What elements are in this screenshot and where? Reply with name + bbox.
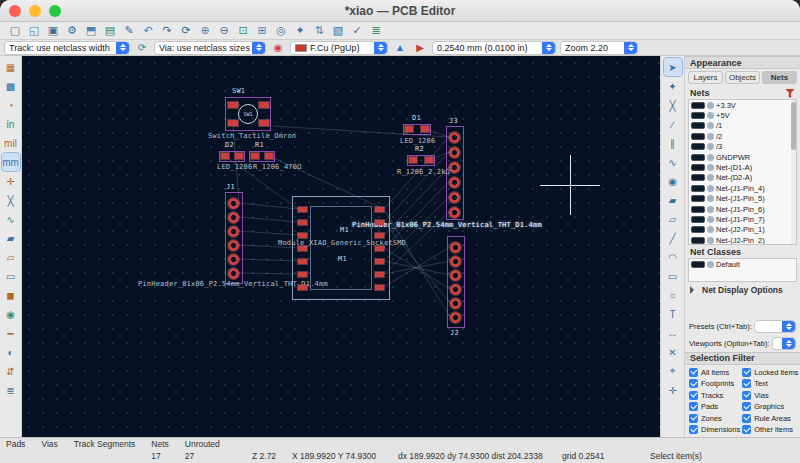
stepper-icon[interactable] — [782, 321, 795, 332]
zoom-select[interactable]: Zoom 2.20 — [560, 41, 638, 55]
scrollbar[interactable] — [791, 100, 796, 244]
pad[interactable] — [449, 147, 460, 158]
save-icon[interactable]: ▣ — [44, 23, 62, 39]
fullscreen-button[interactable] — [49, 5, 61, 17]
curved-ratsnest-icon[interactable]: ∿ — [2, 210, 20, 228]
scrollbar-thumb[interactable] — [791, 102, 796, 150]
checked-checkbox-icon[interactable] — [742, 402, 751, 411]
pad[interactable] — [251, 153, 259, 159]
net-visibility-icon[interactable] — [707, 102, 714, 109]
origin-tool-icon[interactable]: ✛ — [664, 381, 682, 399]
layer-pair-icon[interactable]: ▲ — [392, 41, 408, 55]
layers-manager-icon[interactable]: ≣ — [2, 381, 20, 399]
ratsnest-visibility-icon[interactable]: ╳ — [2, 191, 20, 209]
net-list[interactable]: +3.3V +5V /1 — [688, 99, 797, 245]
net-row[interactable]: +5V — [689, 110, 796, 120]
pad[interactable] — [228, 254, 239, 265]
text-tool-icon[interactable]: T — [664, 305, 682, 323]
net-visibility-icon[interactable] — [707, 185, 714, 192]
pad[interactable] — [449, 177, 460, 188]
local-ratsnest-tool-icon[interactable]: ╳ — [664, 96, 682, 114]
filter-checkbox[interactable]: Pads — [689, 402, 740, 411]
stepper-icon[interactable] — [116, 42, 129, 54]
r2-ref[interactable]: R2 — [415, 145, 424, 153]
d1-ref[interactable]: D1 — [412, 114, 421, 122]
track-width-select[interactable]: Track: use netclass width — [4, 41, 130, 55]
footprint-editor-icon[interactable]: ✦ — [291, 23, 309, 39]
net-row[interactable]: /2 — [689, 131, 796, 141]
net-row[interactable]: Net-(D2-A) — [689, 173, 796, 183]
net-row[interactable]: +3.3V — [689, 100, 796, 110]
stepper-icon[interactable] — [542, 42, 555, 54]
flip-board-icon[interactable]: ⇵ — [2, 362, 20, 380]
pad[interactable] — [228, 120, 238, 126]
select-tool-icon[interactable]: ➤ — [664, 58, 682, 76]
net-color-swatch[interactable] — [691, 122, 705, 129]
pad[interactable] — [375, 220, 384, 225]
checked-checkbox-icon[interactable] — [742, 368, 751, 377]
net-class-visibility-icon[interactable] — [707, 261, 714, 268]
net-row[interactable]: Net-(J2-Pin_1) — [689, 225, 796, 235]
scripting-console-icon[interactable]: ≣ — [367, 23, 385, 39]
dimension-tool-icon[interactable]: ↔ — [664, 324, 682, 342]
net-visibility-icon[interactable] — [707, 164, 714, 171]
open-board-icon[interactable]: ◱ — [25, 23, 43, 39]
filter-checkbox[interactable]: Dimensions — [689, 425, 740, 434]
pad[interactable] — [450, 312, 461, 323]
pad[interactable] — [450, 270, 461, 281]
filter-checkbox[interactable]: All items — [689, 368, 740, 377]
m1-value[interactable]: Module_XIAO_Generic_SocketSMD — [278, 239, 406, 247]
zoom-selection-icon[interactable]: ⊞ — [253, 23, 271, 39]
filter-checkbox[interactable]: Locked items — [742, 368, 798, 377]
stepper-icon[interactable] — [374, 42, 387, 54]
r1-value[interactable]: R_1206_470Ω — [253, 163, 302, 171]
net-color-swatch[interactable] — [691, 226, 705, 233]
pad[interactable] — [375, 259, 384, 264]
units-mm-icon[interactable]: mm — [2, 153, 20, 171]
zoom-fit-icon[interactable]: ⊡ — [234, 23, 252, 39]
route-diff-pairs-tool-icon[interactable]: ∥ — [664, 134, 682, 152]
pad[interactable] — [375, 272, 384, 277]
redo-icon[interactable]: ↷ — [158, 23, 176, 39]
tab-objects[interactable]: Objects — [725, 71, 760, 84]
filter-checkbox[interactable]: Vias — [742, 391, 798, 400]
high-contrast-icon[interactable]: ◐ — [2, 343, 20, 361]
board-setup-icon[interactable]: ⚙ — [63, 23, 81, 39]
net-class-list[interactable]: Default — [688, 258, 797, 282]
net-color-swatch[interactable] — [691, 206, 705, 213]
pad[interactable] — [375, 233, 384, 238]
pad[interactable] — [265, 153, 273, 159]
net-visibility-icon[interactable] — [707, 216, 714, 223]
net-color-swatch[interactable] — [691, 237, 705, 244]
update-pcb-icon[interactable]: ⇅ — [310, 23, 328, 39]
net-color-swatch[interactable] — [691, 102, 705, 109]
arc-tool-icon[interactable]: ◠ — [664, 248, 682, 266]
units-mils-icon[interactable]: mil — [2, 134, 20, 152]
pcb-canvas[interactable]: SW1 SW1 Switch_Tactile_Omron D2 LED_1206… — [22, 56, 660, 437]
checked-checkbox-icon[interactable] — [689, 391, 698, 400]
pad[interactable] — [449, 207, 460, 218]
pad[interactable] — [228, 268, 239, 279]
d1-value[interactable]: LED_1206 — [400, 137, 435, 145]
net-row[interactable]: GNDPWR — [689, 152, 796, 162]
r1-ref[interactable]: R1 — [255, 141, 264, 149]
filter-checkbox[interactable]: Graphics — [742, 402, 798, 411]
net-row[interactable]: Net-(J1-Pin_4) — [689, 183, 796, 193]
pad[interactable] — [235, 153, 243, 159]
pad[interactable] — [450, 284, 461, 295]
pad[interactable] — [425, 157, 433, 163]
track-width-value-select[interactable]: 0.2540 mm (0.0100 in) — [432, 41, 556, 55]
rule-area-tool-icon[interactable]: ▱ — [664, 210, 682, 228]
filter-checkbox[interactable]: Other items — [742, 425, 798, 434]
find-icon[interactable]: ◎ — [272, 23, 290, 39]
filter-checkbox[interactable]: Tracks — [689, 391, 740, 400]
checked-checkbox-icon[interactable] — [742, 391, 751, 400]
circle-tool-icon[interactable]: ○ — [664, 286, 682, 304]
crosshair-style-icon[interactable]: ✛ — [2, 172, 20, 190]
net-row[interactable]: Net-(J1-Pin_5) — [689, 194, 796, 204]
net-row[interactable]: Net-(J1-Pin_6) — [689, 204, 796, 214]
via-size-select[interactable]: Via: use netclass sizes — [154, 41, 266, 55]
net-color-swatch[interactable] — [691, 164, 705, 171]
net-color-swatch[interactable] — [691, 174, 705, 181]
r2-value[interactable]: R_1206_2.2kΩ — [397, 168, 450, 176]
